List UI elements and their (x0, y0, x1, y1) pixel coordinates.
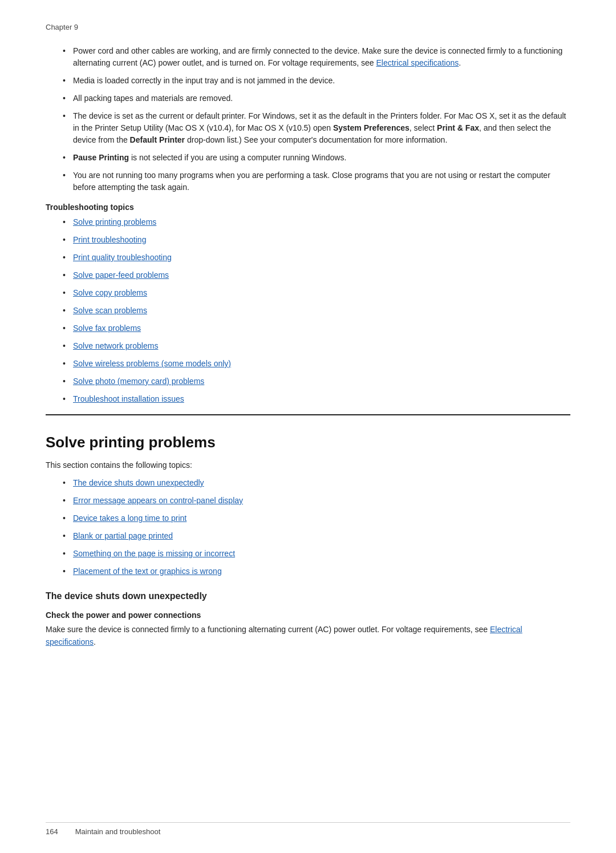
list-item: Print quality troubleshooting (63, 252, 570, 264)
link-device-shuts-down[interactable]: The device shuts down unexpectedly (73, 478, 204, 487)
footer-text: Maintain and troubleshoot (75, 827, 161, 836)
link-solve-paper-feed[interactable]: Solve paper-feed problems (73, 270, 169, 280)
list-item: Device takes a long time to print (63, 512, 570, 524)
electrical-specs-link-1[interactable]: Electrical specifications (376, 58, 459, 67)
link-error-message[interactable]: Error message appears on control-panel d… (73, 496, 243, 505)
link-print-troubleshooting[interactable]: Print troubleshooting (73, 235, 146, 244)
list-item: Pause Printing is not selected if you ar… (63, 152, 570, 164)
device-shuts-down-heading: The device shuts down unexpectedly (46, 591, 570, 601)
chapter-header: Chapter 9 (46, 23, 570, 31)
list-item: Solve copy problems (63, 287, 570, 299)
chapter-label: Chapter 9 (46, 23, 78, 31)
list-item: Solve paper-feed problems (63, 269, 570, 281)
solve-printing-links-list: The device shuts down unexpectedly Error… (63, 477, 570, 577)
intro-bullet-list: Power cord and other cables are working,… (63, 45, 570, 193)
list-item: Print troubleshooting (63, 234, 570, 246)
solve-printing-intro: This section contains the following topi… (46, 459, 570, 471)
list-item: Solve photo (memory card) problems (63, 375, 570, 387)
footer-page-number: 164 (46, 827, 58, 836)
troubleshooting-topics-list: Solve printing problems Print troublesho… (63, 216, 570, 405)
check-power-heading: Check the power and power connections (46, 611, 570, 620)
link-print-quality-troubleshooting[interactable]: Print quality troubleshooting (73, 253, 172, 262)
link-solve-wireless[interactable]: Solve wireless problems (some models onl… (73, 359, 231, 368)
list-item: You are not running too many programs wh… (63, 169, 570, 193)
link-solve-photo[interactable]: Solve photo (memory card) problems (73, 377, 204, 386)
link-solve-fax[interactable]: Solve fax problems (73, 324, 141, 333)
list-item: Solve network problems (63, 340, 570, 352)
link-solve-scan[interactable]: Solve scan problems (73, 306, 147, 315)
link-troubleshoot-installation[interactable]: Troubleshoot installation issues (73, 394, 184, 403)
link-solve-printing-problems[interactable]: Solve printing problems (73, 217, 156, 227)
list-item: The device is set as the current or defa… (63, 110, 570, 146)
list-item: Solve fax problems (63, 322, 570, 334)
link-device-takes-long[interactable]: Device takes a long time to print (73, 514, 187, 523)
list-item: Solve scan problems (63, 305, 570, 317)
list-item: Blank or partial page printed (63, 530, 570, 542)
section-divider (46, 414, 570, 415)
link-something-missing[interactable]: Something on the page is missing or inco… (73, 549, 235, 558)
link-solve-network[interactable]: Solve network problems (73, 341, 158, 350)
list-item: Power cord and other cables are working,… (63, 45, 570, 69)
list-item: Placement of the text or graphics is wro… (63, 565, 570, 577)
link-blank-partial[interactable]: Blank or partial page printed (73, 531, 173, 540)
list-item: All packing tapes and materials are remo… (63, 92, 570, 104)
list-item: Error message appears on control-panel d… (63, 495, 570, 507)
link-placement-wrong[interactable]: Placement of the text or graphics is wro… (73, 567, 222, 576)
list-item: Something on the page is missing or inco… (63, 548, 570, 560)
list-item: Solve printing problems (63, 216, 570, 228)
page-container: Chapter 9 Power cord and other cables ar… (0, 0, 616, 689)
page-footer: 164 Maintain and troubleshoot (46, 822, 570, 836)
list-item: The device shuts down unexpectedly (63, 477, 570, 489)
link-solve-copy[interactable]: Solve copy problems (73, 288, 147, 297)
solve-printing-heading: Solve printing problems (46, 434, 570, 451)
list-item: Solve wireless problems (some models onl… (63, 358, 570, 370)
electrical-specs-link-2[interactable]: Electrical specifications (46, 625, 522, 646)
troubleshooting-topics-heading: Troubleshooting topics (46, 203, 570, 212)
check-power-body: Make sure the device is connected firmly… (46, 623, 570, 649)
list-item: Media is loaded correctly in the input t… (63, 75, 570, 87)
list-item: Troubleshoot installation issues (63, 393, 570, 405)
